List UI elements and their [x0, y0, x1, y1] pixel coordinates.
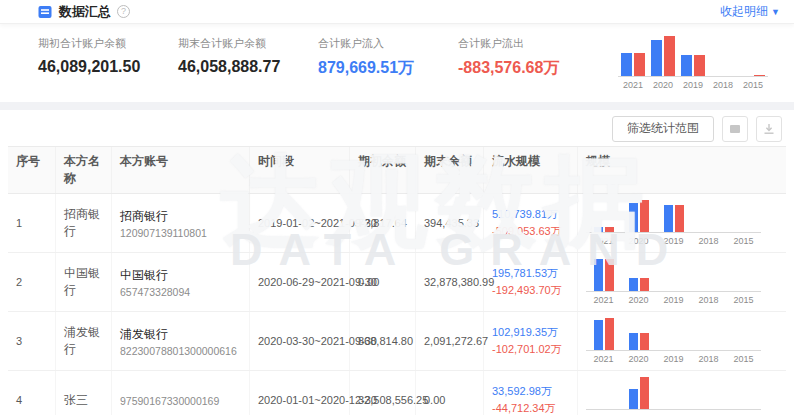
cell-scale: 20212020201920182015 [578, 312, 786, 370]
table-row: 2 中国银行 中国银行 657473328094 2020-06-29~2021… [8, 253, 786, 312]
col-header-name: 本方名称 [56, 147, 112, 193]
cell-name: 浦发银行 [56, 312, 112, 370]
cell-name: 中国银行 [56, 253, 112, 311]
table-row: 3 浦发银行 浦发银行 82230078801300000616 2020-03… [8, 312, 786, 371]
section-divider [0, 102, 794, 110]
inflow-value: 510,739.81万 [492, 208, 558, 220]
collapse-details-link[interactable]: 收起明细 ▼ [720, 3, 780, 20]
help-icon[interactable]: ? [117, 5, 130, 18]
table-toolbar: 筛选统计范围 [0, 110, 794, 146]
account-number: 120907139110801 [120, 227, 241, 239]
stat-label: 期末合计账户余额 [178, 36, 286, 51]
summary-app-icon [38, 5, 52, 19]
cell-flow: 102,919.35万 -102,701.02万 [484, 312, 578, 370]
col-header-account: 本方账号 [112, 147, 250, 193]
cell-begin-balance: 0.00 [350, 253, 416, 311]
stat-total-inflow: 合计账户流入 879,669.51万 [318, 36, 426, 79]
summary-yearly-bar-chart: 20212020201920182015 [618, 36, 768, 90]
top-bar: 数据汇总 ? 收起明细 ▼ [0, 0, 794, 24]
panel-icon [728, 122, 742, 136]
cell-index: 1 [8, 194, 56, 252]
cell-index: 2 [8, 253, 56, 311]
cell-scale: 20212020201920182015 [578, 371, 786, 415]
stat-label: 期初合计账户余额 [38, 36, 146, 51]
outflow-value: -44,712.34万 [492, 402, 556, 414]
stat-label: 合计账户流出 [458, 36, 566, 51]
col-header-end-balance: 期末余额 [416, 147, 484, 193]
cell-index: 4 [8, 371, 56, 415]
cell-account: 浦发银行 82230078801300000616 [112, 312, 250, 370]
cell-flow: 510,739.81万 -509,053.63万 [484, 194, 578, 252]
download-icon-button[interactable] [756, 116, 782, 142]
table-row: 1 招商银行 招商银行 120907139110801 2019-01-02~2… [8, 194, 786, 253]
stat-value: 46,089,201.50 [38, 58, 146, 76]
stat-value: 46,058,888.77 [178, 58, 286, 76]
table-body: 1 招商银行 招商银行 120907139110801 2019-01-02~2… [8, 194, 786, 415]
cell-index: 3 [8, 312, 56, 370]
cell-period: 2019-01-02~2021-09-30 [250, 194, 350, 252]
col-header-flow: 流水规模 [484, 147, 578, 193]
download-icon [762, 122, 776, 136]
cell-account: 中国银行 657473328094 [112, 253, 250, 311]
col-header-period: 时间段 [250, 147, 350, 193]
stat-end-balance: 期末合计账户余额 46,058,888.77 [178, 36, 286, 76]
stat-begin-balance: 期初合计账户余额 46,089,201.50 [38, 36, 146, 76]
account-number: 97590167330000169 [120, 395, 241, 407]
cell-end-balance: 394,435.33 [416, 194, 484, 252]
cell-end-balance: 2,091,272.67 [416, 312, 484, 370]
outflow-value: -192,493.70万 [492, 284, 562, 296]
cell-begin-balance: 32,508,556.25 [350, 371, 416, 415]
stat-value: 879,669.51万 [318, 58, 426, 79]
cell-account: 97590167330000169 [112, 371, 250, 415]
scale-mini-bar-chart: 20212020201920182015 [586, 377, 761, 415]
cell-scale: 20212020201920182015 [578, 253, 786, 311]
table-header-row: 序号 本方名称 本方账号 时间段 期初余额 期末余额 流水规模 规模 [8, 147, 786, 194]
stat-label: 合计账户流入 [318, 36, 426, 51]
page-title: 数据汇总 [59, 3, 111, 21]
cell-begin-balance: 868,814.80 [350, 312, 416, 370]
cell-end-balance: 0.00 [416, 371, 484, 415]
col-header-begin-balance: 期初余额 [350, 147, 416, 193]
inflow-value: 33,592.98万 [492, 385, 552, 397]
outflow-value: -102,701.02万 [492, 343, 562, 355]
scale-mini-bar-chart: 20212020201920182015 [586, 318, 761, 364]
cell-flow: 195,781.53万 -192,493.70万 [484, 253, 578, 311]
cell-period: 2020-01-01~2020-12-30 [250, 371, 350, 415]
summary-section: 期初合计账户余额 46,089,201.50 期末合计账户余额 46,058,8… [0, 24, 794, 102]
account-number: 657473328094 [120, 286, 241, 298]
scale-mini-bar-chart: 20212020201920182015 [586, 259, 761, 305]
col-header-scale: 规模 [578, 147, 786, 193]
cell-end-balance: 32,878,380.99 [416, 253, 484, 311]
view-toggle-icon-button[interactable] [722, 116, 748, 142]
cell-period: 2020-06-29~2021-09-30 [250, 253, 350, 311]
account-bank: 浦发银行 [120, 326, 241, 343]
account-number: 82230078801300000616 [120, 345, 241, 357]
stat-total-outflow: 合计账户流出 -883,576.68万 [458, 36, 566, 79]
table-row: 4 张三 97590167330000169 2020-01-01~2020-1… [8, 371, 786, 415]
accounts-table: 序号 本方名称 本方账号 时间段 期初余额 期末余额 流水规模 规模 1 招商银… [8, 146, 786, 415]
filter-range-button[interactable]: 筛选统计范围 [612, 116, 714, 142]
scale-mini-bar-chart: 20212020201920182015 [586, 200, 761, 246]
chevron-down-icon: ▼ [771, 7, 780, 17]
cell-account: 招商银行 120907139110801 [112, 194, 250, 252]
cell-scale: 20212020201920182015 [578, 194, 786, 252]
account-bank: 中国银行 [120, 267, 241, 284]
collapse-details-label: 收起明细 [720, 3, 768, 20]
cell-flow: 33,592.98万 -44,712.34万 [484, 371, 578, 415]
outflow-value: -509,053.63万 [492, 225, 562, 237]
inflow-value: 102,919.35万 [492, 326, 558, 338]
cell-period: 2020-03-30~2021-09-30 [250, 312, 350, 370]
account-bank: 招商银行 [120, 208, 241, 225]
cell-begin-balance: 72,817.64 [350, 194, 416, 252]
stat-value: -883,576.68万 [458, 58, 566, 79]
inflow-value: 195,781.53万 [492, 267, 558, 279]
cell-name: 招商银行 [56, 194, 112, 252]
col-header-index: 序号 [8, 147, 56, 193]
cell-name: 张三 [56, 371, 112, 415]
